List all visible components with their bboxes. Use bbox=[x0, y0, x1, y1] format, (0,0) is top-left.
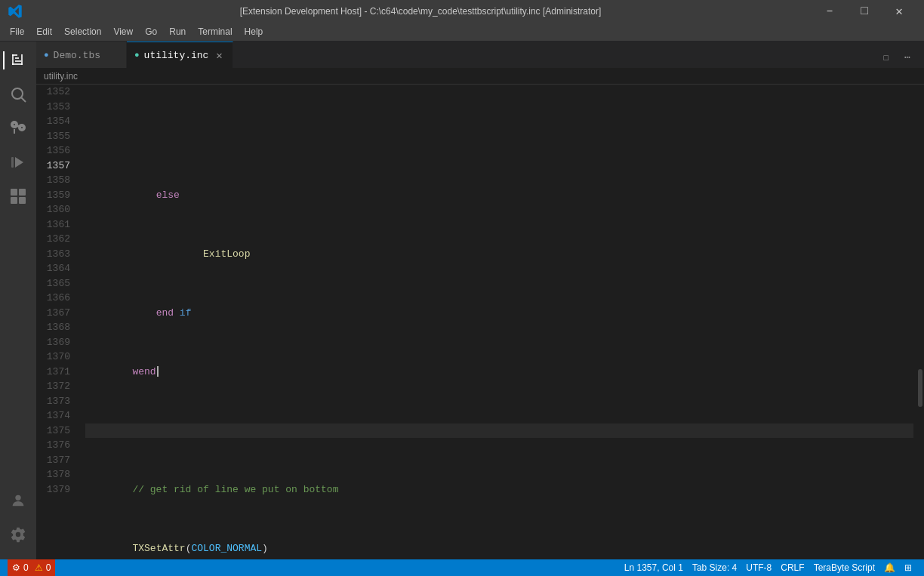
scrollbar-track[interactable] bbox=[913, 85, 924, 559]
line-1362: 1362 bbox=[36, 232, 70, 247]
source-control-activity-icon[interactable] bbox=[3, 113, 33, 143]
svg-line-7 bbox=[22, 98, 26, 103]
svg-rect-4 bbox=[15, 57, 19, 59]
code-line-1354: ExitLoop bbox=[85, 247, 913, 262]
main-layout: ● Demo.tbs ● utility.inc ✕ ☐ ⋯ utility.i… bbox=[0, 42, 924, 559]
breadcrumb: utility.inc bbox=[36, 68, 924, 85]
status-line-ending[interactable]: CRLF bbox=[776, 559, 808, 576]
menu-run[interactable]: Run bbox=[163, 25, 192, 39]
window-controls[interactable]: – □ ✕ bbox=[812, 0, 916, 23]
line-1376: 1376 bbox=[36, 438, 70, 453]
maximize-button[interactable]: □ bbox=[847, 0, 882, 23]
svg-rect-13 bbox=[11, 197, 17, 204]
code-content: else ExitLoop end if wend bbox=[78, 85, 913, 559]
line-1360: 1360 bbox=[36, 202, 70, 217]
line-ending-text: CRLF bbox=[781, 562, 804, 573]
encoding-text: UTF-8 bbox=[746, 562, 772, 573]
menu-help[interactable]: Help bbox=[239, 25, 270, 39]
line-1365: 1365 bbox=[36, 276, 70, 291]
activity-bar bbox=[0, 42, 36, 559]
line-1372: 1372 bbox=[36, 379, 70, 394]
code-line-1356: wend bbox=[85, 365, 913, 380]
svg-rect-1 bbox=[12, 54, 14, 65]
line-1370: 1370 bbox=[36, 350, 70, 365]
more-actions-button[interactable]: ⋯ bbox=[897, 47, 918, 68]
scrollbar-thumb[interactable] bbox=[918, 369, 922, 407]
line-1355: 1355 bbox=[36, 129, 70, 144]
line-1378: 1378 bbox=[36, 467, 70, 482]
menu-bar: File Edit Selection View Go Run Terminal… bbox=[0, 23, 924, 42]
menu-selection[interactable]: Selection bbox=[58, 25, 107, 39]
tab-size-text: Tab Size: 4 bbox=[692, 562, 737, 573]
status-cursor-position[interactable]: Ln 1357, Col 1 bbox=[620, 559, 688, 576]
tab-actions: ☐ ⋯ bbox=[876, 47, 924, 68]
status-bar: ⚙ 0 ⚠ 0 Ln 1357, Col 1 Tab Size: 4 UTF-8… bbox=[0, 559, 924, 576]
breadcrumb-file: utility.inc bbox=[44, 71, 78, 82]
tab-demo-tbs[interactable]: ● Demo.tbs bbox=[36, 42, 127, 68]
menu-terminal[interactable]: Terminal bbox=[192, 25, 238, 39]
status-warning-count: 0 bbox=[46, 562, 51, 573]
code-line-1358: // get rid of line we put on bottom bbox=[85, 482, 913, 497]
status-errors[interactable]: ⚙ 0 ⚠ 0 bbox=[8, 559, 55, 576]
line-1354: 1354 bbox=[36, 114, 70, 129]
status-language[interactable]: TeraByte Script bbox=[809, 559, 879, 576]
tab-utility-inc-label: utility.inc bbox=[144, 50, 209, 61]
status-right: Ln 1357, Col 1 Tab Size: 4 UTF-8 CRLF Te… bbox=[620, 559, 916, 576]
activity-bar-bottom bbox=[3, 485, 33, 559]
close-button[interactable]: ✕ bbox=[882, 0, 916, 23]
line-1371: 1371 bbox=[36, 365, 70, 380]
search-activity-icon[interactable] bbox=[3, 79, 33, 109]
svg-rect-3 bbox=[21, 54, 23, 65]
svg-rect-9 bbox=[11, 157, 14, 168]
svg-point-6 bbox=[12, 88, 23, 99]
line-1357: 1357 bbox=[36, 159, 70, 174]
tab-demo-tbs-label: Demo.tbs bbox=[54, 50, 100, 61]
line-1369: 1369 bbox=[36, 335, 70, 350]
tab-utility-inc[interactable]: ● utility.inc ✕ bbox=[127, 42, 233, 68]
line-1367: 1367 bbox=[36, 306, 70, 321]
line-1353: 1353 bbox=[36, 100, 70, 115]
svg-point-14 bbox=[15, 495, 20, 501]
line-1363: 1363 bbox=[36, 247, 70, 262]
split-editor-button[interactable]: ☐ bbox=[876, 47, 897, 68]
code-line-1352 bbox=[85, 129, 913, 144]
title-bar: [Extension Development Host] - C:\c64\co… bbox=[0, 0, 924, 23]
line-1377: 1377 bbox=[36, 453, 70, 468]
line-1352: 1352 bbox=[36, 85, 70, 100]
code-line-1359: TXSetAttr(COLOR_NORMAL) bbox=[85, 541, 913, 556]
status-tab-size[interactable]: Tab Size: 4 bbox=[688, 559, 741, 576]
menu-go[interactable]: Go bbox=[139, 25, 163, 39]
line-numbers: 1352 1353 1354 1355 1356 1357 1358 1359 … bbox=[36, 85, 78, 559]
line-1366: 1366 bbox=[36, 291, 70, 306]
svg-rect-10 bbox=[11, 189, 17, 196]
cursor-position-text: Ln 1357, Col 1 bbox=[624, 562, 683, 573]
tab-utility-inc-icon: ● bbox=[134, 51, 140, 60]
code-editor[interactable]: 1352 1353 1354 1355 1356 1357 1358 1359 … bbox=[36, 85, 924, 559]
status-encoding[interactable]: UTF-8 bbox=[741, 559, 776, 576]
svg-rect-11 bbox=[19, 189, 26, 196]
minimize-button[interactable]: – bbox=[812, 0, 847, 23]
tab-utility-inc-close[interactable]: ✕ bbox=[213, 49, 225, 61]
line-1356: 1356 bbox=[36, 143, 70, 159]
account-activity-icon[interactable] bbox=[3, 485, 33, 516]
line-1358: 1358 bbox=[36, 173, 70, 188]
extensions-activity-icon[interactable] bbox=[3, 181, 33, 211]
explorer-activity-icon[interactable] bbox=[3, 45, 33, 75]
layout-icon: ⊞ bbox=[904, 562, 912, 573]
editor-area: ● Demo.tbs ● utility.inc ✕ ☐ ⋯ utility.i… bbox=[36, 42, 924, 559]
menu-file[interactable]: File bbox=[4, 25, 30, 39]
status-layout[interactable]: ⊞ bbox=[900, 559, 916, 576]
svg-rect-2 bbox=[12, 63, 23, 65]
menu-view[interactable]: View bbox=[107, 25, 139, 39]
tab-bar: ● Demo.tbs ● utility.inc ✕ ☐ ⋯ bbox=[36, 42, 924, 68]
svg-rect-5 bbox=[15, 60, 21, 62]
notification-bell-icon: 🔔 bbox=[884, 562, 895, 573]
run-debug-activity-icon[interactable] bbox=[3, 147, 33, 177]
settings-activity-icon[interactable] bbox=[3, 519, 33, 550]
status-left: ⚙ 0 ⚠ 0 bbox=[8, 559, 55, 576]
code-line-1355: end if bbox=[85, 306, 913, 321]
code-line-1353: else bbox=[85, 188, 913, 203]
menu-edit[interactable]: Edit bbox=[30, 25, 58, 39]
code-line-1357 bbox=[85, 424, 913, 439]
status-notifications[interactable]: 🔔 bbox=[879, 559, 900, 576]
